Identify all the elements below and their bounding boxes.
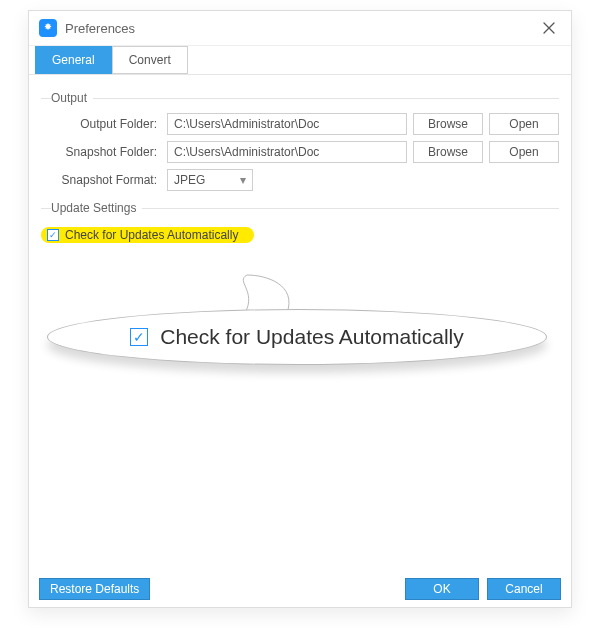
- snapshot-folder-open-button[interactable]: Open: [489, 141, 559, 163]
- snapshot-format-label: Snapshot Format:: [41, 173, 161, 187]
- callout-zoom: ✓ Check for Updates Automatically: [47, 281, 547, 365]
- preferences-dialog: Preferences General Convert Output Outpu…: [28, 10, 572, 608]
- titlebar: Preferences: [29, 11, 571, 45]
- window-title: Preferences: [65, 21, 135, 36]
- callout-bubble: ✓ Check for Updates Automatically: [47, 309, 547, 365]
- callout-checkbox[interactable]: ✓: [130, 328, 148, 346]
- snapshot-format-value: JPEG: [174, 173, 205, 187]
- tab-bar: General Convert: [29, 45, 571, 75]
- auto-update-checkbox-row[interactable]: ✓ Check for Updates Automatically: [41, 227, 254, 243]
- restore-defaults-button[interactable]: Restore Defaults: [39, 578, 150, 600]
- auto-update-checkbox[interactable]: ✓: [47, 229, 59, 241]
- cancel-button[interactable]: Cancel: [487, 578, 561, 600]
- output-legend: Output: [51, 91, 93, 105]
- output-folder-open-button[interactable]: Open: [489, 113, 559, 135]
- output-folder-input[interactable]: [167, 113, 407, 135]
- output-folder-browse-button[interactable]: Browse: [413, 113, 483, 135]
- auto-update-label: Check for Updates Automatically: [65, 228, 238, 242]
- tab-convert[interactable]: Convert: [112, 46, 188, 74]
- ok-button[interactable]: OK: [405, 578, 479, 600]
- dialog-footer: Restore Defaults OK Cancel: [29, 571, 571, 607]
- dialog-body: Output Output Folder: Browse Open Snapsh…: [29, 75, 571, 571]
- output-folder-label: Output Folder:: [41, 117, 161, 131]
- snapshot-folder-label: Snapshot Folder:: [41, 145, 161, 159]
- close-button[interactable]: [537, 16, 561, 40]
- callout-label: Check for Updates Automatically: [160, 325, 463, 349]
- tab-general[interactable]: General: [35, 46, 112, 74]
- output-group: Output Output Folder: Browse Open Snapsh…: [41, 91, 559, 191]
- snapshot-format-select[interactable]: JPEG ▾: [167, 169, 253, 191]
- caret-down-icon: ▾: [240, 173, 246, 187]
- app-icon: [39, 19, 57, 37]
- update-group: Update Settings ✓ Check for Updates Auto…: [41, 201, 559, 251]
- update-legend: Update Settings: [51, 201, 142, 215]
- snapshot-folder-browse-button[interactable]: Browse: [413, 141, 483, 163]
- snapshot-folder-input[interactable]: [167, 141, 407, 163]
